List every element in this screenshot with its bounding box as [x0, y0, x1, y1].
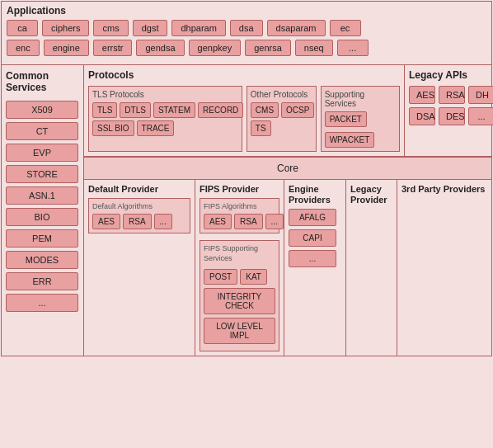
providers-row: Default Provider Default Algorithms AES … [84, 180, 491, 356]
supporting-services-box: Supporting Services PACKET WPACKET [321, 86, 400, 152]
app-chip-errstr[interactable]: errstr [93, 40, 133, 56]
main-content: Common Services X509 CT EVP STORE ASN.1 … [2, 65, 491, 356]
engine-providers-box: Engine Providers AFALG CAPI ... [284, 180, 346, 356]
legacy-ellipsis[interactable]: ... [468, 107, 493, 125]
tls-protocols-title: TLS Protocols [92, 90, 238, 99]
applications-row1: ca ciphers cms dgst dhparam dsa dsaparam… [7, 20, 486, 36]
protocols-title: Protocols [88, 69, 400, 81]
app-chip-engine[interactable]: engine [44, 40, 89, 56]
app-chip-dhparam[interactable]: dhparam [171, 20, 225, 36]
fips-algo-row: AES RSA ... [204, 214, 275, 229]
app-chip-enc[interactable]: enc [7, 40, 40, 56]
fips-algo-title: FIPS Algorithms [204, 202, 275, 210]
cs-store[interactable]: STORE [6, 165, 78, 183]
default-provider-box: Default Provider Default Algorithms AES … [84, 180, 195, 356]
cs-pem[interactable]: PEM [6, 229, 78, 248]
other-protocols-title: Other Protocols [251, 90, 312, 99]
default-provider-title: Default Provider [88, 184, 190, 195]
fips-kat[interactable]: KAT [240, 269, 267, 285]
engine-ellipsis[interactable]: ... [289, 250, 336, 267]
legacy-aes[interactable]: AES [409, 86, 435, 104]
legacy-apis-title: Legacy APIs [409, 69, 487, 81]
tls-chip-trace[interactable]: TRACE [137, 120, 175, 136]
app-chip-dsaparam[interactable]: dsaparam [267, 20, 326, 36]
engine-providers-title: Engine Providers [289, 184, 341, 205]
cs-bio[interactable]: BIO [6, 208, 78, 226]
proto-legacy-row: Protocols TLS Protocols TLS DTLS STATEM … [84, 65, 491, 157]
tls-chip-dtls[interactable]: DTLS [120, 102, 151, 118]
cs-modes[interactable]: MODES [6, 251, 78, 269]
fips-ellipsis[interactable]: ... [265, 214, 284, 229]
cs-x509[interactable]: X509 [6, 101, 78, 119]
tls-row1: TLS DTLS STATEM RECORD [92, 102, 238, 118]
tls-chip-statem[interactable]: STATEM [153, 102, 195, 118]
legacy-des[interactable]: DES [439, 107, 465, 125]
legacy-provider-box: Legacy Provider [346, 180, 397, 356]
third-party-providers-box: 3rd Party Providers [397, 180, 491, 356]
core-bar: Core [84, 157, 491, 180]
app-chip-genrsa[interactable]: genrsa [245, 40, 291, 56]
app-chip-ca[interactable]: ca [7, 20, 38, 36]
cs-asn1[interactable]: ASN.1 [6, 186, 78, 205]
fips-rsa[interactable]: RSA [234, 214, 263, 229]
tls-chip-record[interactable]: RECORD [198, 102, 243, 118]
default-rsa[interactable]: RSA [123, 214, 152, 229]
app-chip-genpkey[interactable]: genpkey [189, 40, 242, 56]
legacy-dsa[interactable]: DSA [409, 107, 435, 125]
cs-ellipsis[interactable]: ... [6, 294, 78, 312]
legacy-rsa[interactable]: RSA [439, 86, 465, 104]
fips-post[interactable]: POST [204, 269, 237, 285]
app-chip-ellipsis[interactable]: ... [337, 40, 369, 56]
fips-low-level-impl[interactable]: LOW LEVEL IMPL [204, 318, 275, 344]
app-chip-ciphers[interactable]: ciphers [42, 20, 89, 36]
app-chip-nseq[interactable]: nseq [295, 40, 333, 56]
legacy-provider-title: Legacy Provider [350, 184, 392, 205]
default-algo-row: AES RSA ... [92, 214, 186, 229]
fips-aes[interactable]: AES [204, 214, 232, 229]
supporting-packet[interactable]: PACKET [325, 111, 367, 127]
cs-evp[interactable]: EVP [6, 144, 78, 162]
default-algo-section: Default Algorithms AES RSA ... [88, 198, 190, 233]
tls-row2: SSL BIO TRACE [92, 120, 238, 136]
tls-chip-tls[interactable]: TLS [92, 102, 117, 118]
other-row2: TS [251, 120, 312, 136]
other-row1: CMS OCSP [251, 102, 312, 118]
applications-section: Applications ca ciphers cms dgst dhparam… [2, 2, 491, 65]
other-chip-ts[interactable]: TS [251, 120, 271, 136]
fips-supporting-box: FIPS Supporting Services POST KAT INTEGR… [200, 240, 279, 351]
legacy-dh[interactable]: DH [468, 86, 493, 104]
fips-algo-section: FIPS Algorithms AES RSA ... [200, 198, 279, 233]
supporting-wpacket[interactable]: WPACKET [325, 132, 375, 148]
app-chip-cms[interactable]: cms [93, 20, 128, 36]
other-chip-ocsp[interactable]: OCSP [281, 102, 314, 118]
third-party-title: 3rd Party Providers [401, 184, 487, 195]
right-area: Protocols TLS Protocols TLS DTLS STATEM … [84, 65, 491, 356]
applications-row2: enc engine errstr gendsa genpkey genrsa … [7, 40, 486, 56]
common-services-panel: Common Services X509 CT EVP STORE ASN.1 … [2, 65, 84, 356]
app-chip-dgst[interactable]: dgst [133, 20, 168, 36]
cs-ct[interactable]: CT [6, 122, 78, 140]
default-ellipsis[interactable]: ... [154, 214, 172, 229]
main-container: Applications ca ciphers cms dgst dhparam… [1, 1, 492, 356]
applications-title: Applications [7, 5, 486, 17]
app-chip-dsa[interactable]: dsa [230, 20, 263, 36]
engine-capi[interactable]: CAPI [289, 229, 336, 247]
cs-err[interactable]: ERR [6, 272, 78, 290]
app-chip-gendsa[interactable]: gendsa [136, 40, 184, 56]
tls-protocols-box: TLS Protocols TLS DTLS STATEM RECORD SSL… [88, 86, 242, 152]
tls-chip-sslbio[interactable]: SSL BIO [92, 120, 134, 136]
engine-afalg[interactable]: AFALG [289, 209, 336, 226]
fips-integrity-check[interactable]: INTEGRITY CHECK [204, 288, 275, 314]
protocols-box: Protocols TLS Protocols TLS DTLS STATEM … [84, 65, 405, 156]
legacy-row1: AES RSA DH [409, 86, 487, 104]
supporting-services-title: Supporting Services [325, 90, 396, 108]
other-chip-cms[interactable]: CMS [251, 102, 279, 118]
legacy-apis-box: Legacy APIs AES RSA DH DSA DES ... [405, 65, 491, 156]
fips-post-kat-row: POST KAT [204, 269, 275, 285]
app-chip-ec[interactable]: ec [330, 20, 361, 36]
common-services-title: Common Services [6, 70, 79, 94]
default-aes[interactable]: AES [92, 214, 120, 229]
legacy-row2: DSA DES ... [409, 107, 487, 125]
default-algo-title: Default Algorithms [92, 202, 186, 210]
fips-provider-title: FIPS Provider [200, 184, 279, 195]
